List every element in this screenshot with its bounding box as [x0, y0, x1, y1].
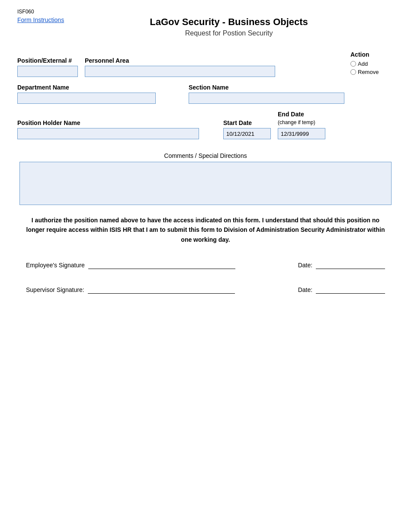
action-remove-label: Remove	[358, 69, 379, 75]
position-external-label: Position/External #	[17, 57, 78, 64]
employee-signature-line	[88, 262, 235, 269]
employee-date-line	[316, 262, 385, 269]
personnel-area-label: Personnel Area	[85, 57, 344, 64]
supervisor-date-line	[316, 286, 385, 294]
section-name-input[interactable]	[189, 93, 344, 104]
start-date-input[interactable]	[223, 128, 271, 139]
action-label: Action	[350, 51, 369, 58]
supervisor-date-label: Date:	[298, 286, 312, 293]
section-name-label: Section Name	[189, 84, 344, 91]
end-date-input[interactable]	[278, 128, 325, 139]
authorization-text: I authorize the position named above to …	[17, 215, 394, 244]
supervisor-signature-line	[88, 286, 235, 294]
supervisor-signature-label: Supervisor Signature:	[26, 286, 84, 293]
main-title: LaGov Security - Business Objects	[64, 16, 394, 28]
comments-textarea[interactable]	[19, 162, 392, 205]
employee-date-label: Date:	[298, 262, 312, 269]
start-date-label: Start Date	[223, 119, 271, 126]
position-holder-label: Position Holder Name	[17, 119, 199, 126]
action-add-radio[interactable]	[350, 61, 356, 67]
comments-label: Comments / Special Directions	[17, 152, 394, 159]
end-date-note: (change if temp)	[278, 119, 325, 125]
action-add-label: Add	[358, 61, 368, 67]
employee-signature-label: Employee's Signature	[26, 262, 85, 269]
action-remove-radio[interactable]	[350, 69, 356, 75]
personnel-area-input[interactable]	[85, 66, 275, 77]
end-date-label: End Date	[278, 111, 325, 118]
form-instructions-link[interactable]: Form Instructions	[17, 16, 64, 23]
sub-title: Request for Postion Security	[64, 29, 394, 37]
department-name-input[interactable]	[17, 93, 156, 104]
form-id: ISF060	[17, 9, 394, 15]
position-holder-input[interactable]	[17, 128, 199, 139]
position-external-input[interactable]	[17, 66, 78, 77]
department-name-label: Department Name	[17, 84, 156, 91]
